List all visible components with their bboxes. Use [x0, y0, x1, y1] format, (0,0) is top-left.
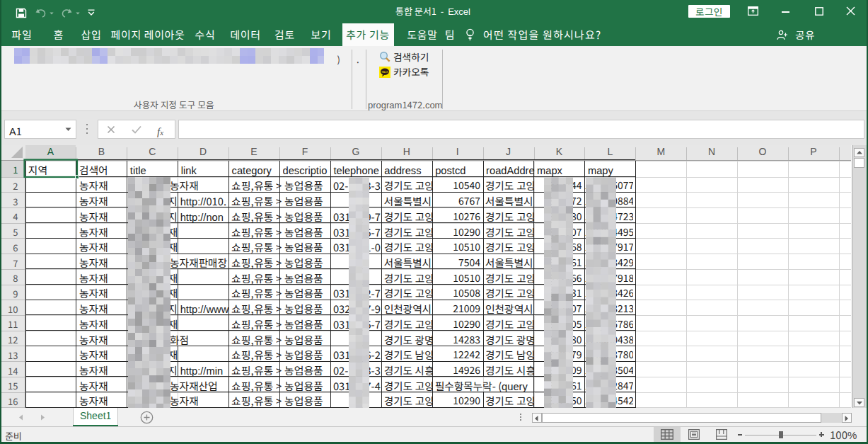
svg-text:TALK: TALK: [381, 70, 388, 74]
